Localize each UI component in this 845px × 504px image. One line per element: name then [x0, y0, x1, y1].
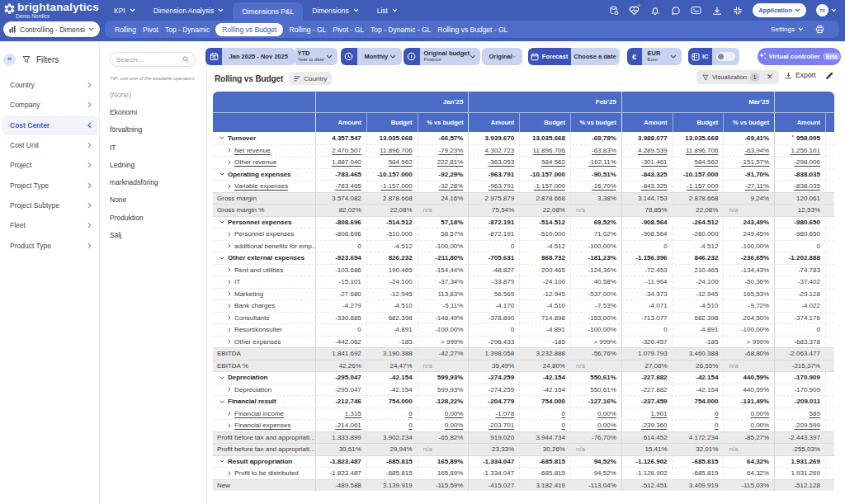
currency-dropdown[interactable]: EUR Euro — [642, 48, 682, 65]
filter-value-item[interactable]: förvaltning — [110, 121, 202, 139]
forecast-button[interactable]: Forecast — [528, 48, 571, 65]
column-header--vs-budget[interactable]: % vs budget — [418, 113, 469, 132]
collapse-row-icon[interactable] — [220, 400, 224, 403]
filter-value-item[interactable]: Sälj — [110, 226, 202, 243]
expand-row-icon[interactable] — [228, 160, 231, 165]
nav-item-dimension-analysis[interactable]: Dimension Analysis — [144, 0, 234, 21]
filter-category-project-subtype[interactable]: Project Subtype — [0, 195, 100, 215]
database-gear-icon[interactable] — [608, 5, 619, 16]
row-label-cell[interactable]: Operating expenses — [213, 169, 315, 181]
row-label-cell[interactable]: IT — [213, 276, 315, 288]
filter-category-cost-center[interactable]: Cost Center — [2, 115, 98, 135]
row-label-cell[interactable]: Bank charges — [213, 300, 315, 312]
filter-category-product-type[interactable]: Product Type — [0, 235, 100, 255]
filter-value-item[interactable]: IT — [110, 139, 202, 156]
column-header-amount[interactable]: Amount — [774, 113, 825, 132]
collapse-filters-button[interactable]: « — [3, 54, 16, 66]
print-icon[interactable] — [815, 25, 824, 34]
heart-pulse-icon[interactable] — [629, 5, 640, 16]
row-label-cell[interactable]: Other external expenses — [213, 252, 315, 264]
column-header-amount[interactable]: Amount — [621, 113, 673, 132]
report-tab-rolling-vs-budget-gl[interactable]: Rolling vs Budget - GL — [434, 26, 511, 34]
row-label-cell[interactable]: Other expenses — [213, 337, 315, 348]
close-icon[interactable]: ✕ — [767, 73, 773, 81]
report-tab-rolling[interactable]: Rolling — [111, 26, 139, 34]
report-tab-pivot[interactable]: Pivot — [139, 26, 162, 34]
row-label-cell[interactable]: Financial result — [213, 396, 315, 407]
budget-info-button[interactable] — [404, 48, 420, 65]
row-label-cell[interactable]: Rent and utilities — [213, 265, 315, 276]
filter-value-item[interactable]: (None) — [110, 86, 202, 103]
search-input[interactable] — [116, 56, 182, 64]
report-tab-rolling-vs-budget[interactable]: Rolling vs Budget — [215, 23, 283, 36]
collapse-row-icon[interactable] — [220, 172, 224, 176]
row-label-cell[interactable]: Depreciation — [213, 372, 315, 384]
expand-row-icon[interactable] — [228, 148, 231, 153]
date-range-button[interactable]: Jan 2025 - Nov 2025 — [222, 48, 295, 65]
collapse-row-icon[interactable] — [220, 220, 224, 224]
ic-toggle[interactable] — [716, 52, 735, 61]
calendar-search-button[interactable] — [205, 48, 222, 65]
filter-value-item[interactable]: marknadsföring — [110, 173, 202, 191]
budget-version-dropdown[interactable]: Original — [482, 48, 522, 65]
choose-date-button[interactable]: Choose a date — [571, 48, 620, 65]
column-header-budget[interactable]: Budget — [519, 113, 570, 132]
settings-button[interactable]: Settings — [771, 26, 804, 33]
expand-row-icon[interactable] — [228, 471, 231, 476]
column-header-budget[interactable]: Budget — [366, 113, 418, 132]
export-button[interactable]: Export — [785, 71, 816, 79]
row-label-cell[interactable]: Variable expenses — [213, 181, 315, 192]
expand-row-icon[interactable] — [228, 267, 231, 272]
row-label-cell[interactable]: Turnover — [213, 132, 315, 144]
row-label-cell[interactable]: Other revenue — [213, 157, 315, 168]
expand-row-icon[interactable] — [228, 339, 231, 344]
visualization-chip[interactable]: Visualization 1 ✕ — [696, 70, 779, 84]
user-menu[interactable]: TS — [816, 4, 837, 16]
expand-row-icon[interactable] — [228, 243, 231, 248]
nav-item-dimensions[interactable]: Dimensions — [303, 0, 367, 21]
column-header-budget[interactable]: Budget — [673, 113, 724, 132]
nav-item-dimensions-p-l[interactable]: Dimensions P&L — [233, 2, 303, 21]
collapse-row-icon[interactable] — [220, 257, 224, 260]
collapse-row-icon[interactable] — [220, 459, 224, 463]
view-selector[interactable]: Controlling - Dimensio... — [3, 21, 100, 37]
row-label-cell[interactable]: Consultants — [213, 313, 315, 324]
dimension-chip[interactable]: Country — [289, 72, 332, 85]
nav-item-list[interactable]: List — [368, 0, 407, 21]
row-label-cell[interactable]: Profit to be distributed — [213, 468, 315, 479]
row-label-cell[interactable]: Financial income — [213, 408, 315, 420]
edit-icon[interactable] — [825, 72, 833, 80]
expand-row-icon[interactable] — [228, 387, 231, 392]
virtual-controller-button[interactable]: Virtual controller Beta — [758, 48, 841, 65]
period-icon-button[interactable] — [341, 48, 357, 65]
filter-category-cost-unit[interactable]: Cost Unit — [0, 135, 100, 155]
download-icon[interactable] — [711, 5, 722, 16]
budget-dropdown[interactable]: Original budget Finance — [420, 48, 480, 65]
row-label-cell[interactable]: Resurskonsulter — [213, 324, 315, 336]
report-tab-top-dynamic[interactable]: Top - Dynamic — [162, 26, 213, 34]
column-header-amount[interactable]: Amount — [468, 113, 519, 132]
row-label-cell[interactable]: additional benefits for emp... — [213, 241, 315, 252]
column-header--vs-budget[interactable]: % vs budget — [570, 113, 621, 132]
bell-icon[interactable] — [649, 5, 660, 16]
filter-value-item[interactable]: Ledning — [110, 156, 202, 173]
period-dropdown[interactable]: Monthly — [357, 48, 402, 65]
row-label-cell[interactable]: Result appropriation — [213, 456, 315, 468]
filter-value-item[interactable]: Ekonomi — [110, 103, 202, 120]
expand-row-icon[interactable] — [228, 315, 231, 320]
expand-row-icon[interactable] — [228, 327, 231, 332]
chat-icon[interactable] — [670, 5, 681, 16]
report-tab-top-dynamic-gl[interactable]: Top - Dynamic - GL — [367, 26, 434, 34]
filter-value-item[interactable]: Produktion — [110, 209, 202, 226]
row-label-cell[interactable]: Marketing — [213, 289, 315, 300]
currency-symbol-button[interactable]: € — [627, 48, 642, 65]
card-icon[interactable] — [691, 5, 701, 16]
column-header-amount[interactable]: Amount — [315, 113, 366, 132]
row-label-cell[interactable]: Personnel expenses — [213, 217, 315, 228]
column-header--vs-budget[interactable]: % vs budget — [723, 113, 774, 132]
filter-category-country[interactable]: Country — [0, 75, 100, 95]
expand-row-icon[interactable] — [228, 232, 231, 237]
collapse-row-icon[interactable] — [220, 136, 224, 139]
row-label-cell[interactable]: Financial expenses — [213, 420, 315, 431]
row-label-cell[interactable]: Depreciation — [213, 384, 315, 396]
